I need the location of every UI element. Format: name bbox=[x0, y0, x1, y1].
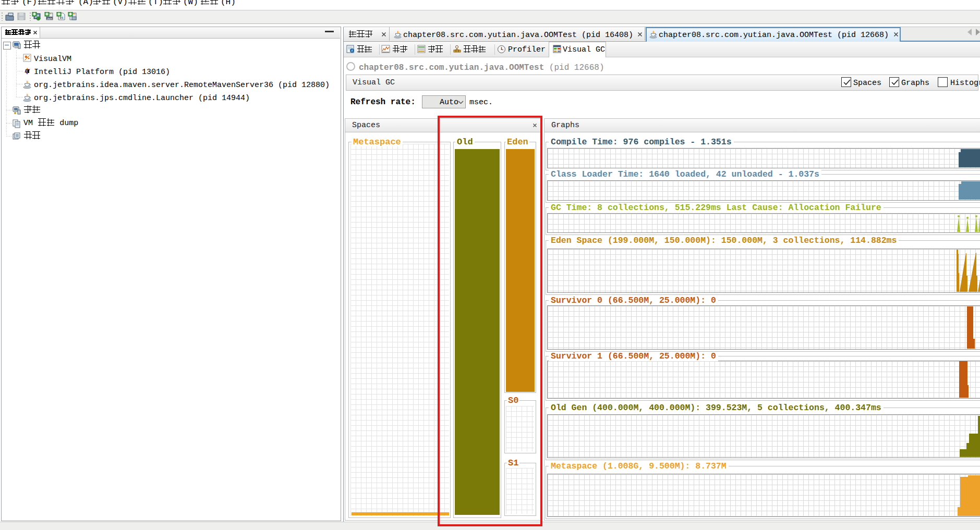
svg-text:i: i bbox=[352, 48, 353, 52]
svg-text:01: 01 bbox=[59, 16, 64, 20]
svg-text:JMX: JMX bbox=[47, 17, 53, 20]
